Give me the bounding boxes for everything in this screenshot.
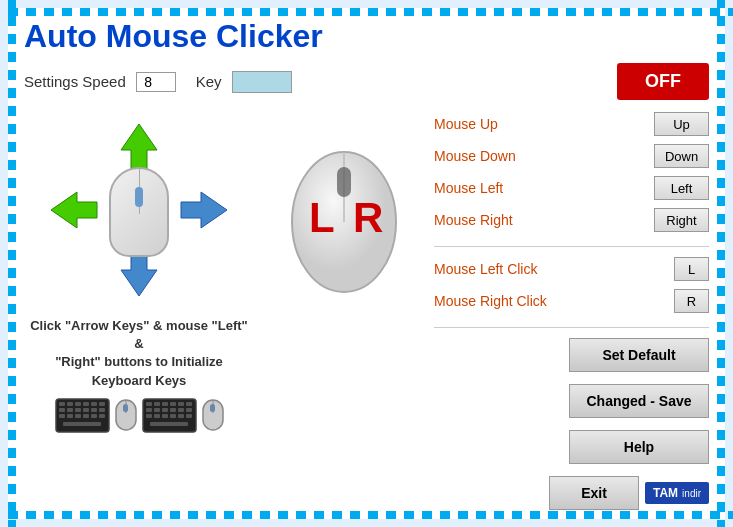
mouse-up-key-button[interactable]: Up (654, 112, 709, 136)
svg-rect-41 (154, 414, 160, 418)
mouse-left-key-button[interactable]: Left (654, 176, 709, 200)
svg-rect-37 (170, 408, 176, 412)
tam-indir-badge: TAM indir (645, 482, 709, 504)
mouse-right-key-button[interactable]: Right (654, 208, 709, 232)
svg-rect-8 (83, 402, 89, 406)
mouse-right-row: Mouse Right Right (434, 208, 709, 232)
svg-rect-44 (178, 414, 184, 418)
mouse-body (109, 167, 169, 257)
mouse-right-click-label: Mouse Right Click (434, 293, 564, 309)
lr-mouse-graphic: L R (279, 122, 409, 302)
mouse-left-click-label: Mouse Left Click (434, 261, 564, 277)
off-button[interactable]: OFF (617, 63, 709, 100)
svg-marker-3 (181, 192, 227, 228)
set-default-button[interactable]: Set Default (569, 338, 709, 372)
svg-rect-45 (186, 414, 192, 418)
changed-save-row: Changed - Save (434, 384, 709, 422)
arrow-right-icon (179, 190, 229, 234)
svg-rect-10 (99, 402, 105, 406)
svg-text:R: R (353, 194, 383, 241)
svg-rect-35 (154, 408, 160, 412)
svg-rect-19 (75, 414, 81, 418)
mouse-up-row: Mouse Up Up (434, 112, 709, 136)
settings-speed-label: Settings Speed (24, 73, 126, 90)
svg-rect-38 (178, 408, 184, 412)
svg-rect-18 (67, 414, 73, 418)
svg-rect-26 (123, 404, 128, 412)
mouse-left-click-row: Mouse Left Click L (434, 257, 709, 281)
svg-rect-52 (337, 167, 351, 197)
exit-button[interactable]: Exit (549, 476, 639, 510)
svg-rect-6 (67, 402, 73, 406)
svg-text:L: L (309, 194, 335, 241)
svg-rect-12 (67, 408, 73, 412)
svg-rect-32 (178, 402, 184, 406)
app-title: Auto Mouse Clicker (24, 18, 709, 55)
svg-rect-33 (186, 402, 192, 406)
mouse-icon-2 (202, 399, 224, 431)
mouse-up-label: Mouse Up (434, 116, 564, 132)
key-input[interactable] (232, 71, 292, 93)
keyboard-icon-2 (142, 398, 197, 433)
svg-rect-9 (91, 402, 97, 406)
mouse-right-click-row: Mouse Right Click R (434, 289, 709, 313)
svg-rect-28 (146, 402, 152, 406)
svg-rect-31 (170, 402, 176, 406)
content-area: Click "Arrow Keys" & mouse "Left" & "Rig… (24, 112, 709, 514)
svg-rect-46 (150, 422, 188, 426)
mouse-right-label: Mouse Right (434, 212, 564, 228)
changed-save-button[interactable]: Changed - Save (569, 384, 709, 418)
svg-rect-39 (186, 408, 192, 412)
help-row: Help (434, 430, 709, 468)
svg-rect-23 (63, 422, 101, 426)
svg-rect-15 (91, 408, 97, 412)
exit-row: Exit TAM indir (434, 476, 709, 510)
svg-rect-14 (83, 408, 89, 412)
help-button[interactable]: Help (569, 430, 709, 464)
svg-rect-5 (59, 402, 65, 406)
set-default-row: Set Default (434, 338, 709, 376)
svg-rect-40 (146, 414, 152, 418)
svg-rect-11 (59, 408, 65, 412)
svg-rect-42 (162, 414, 168, 418)
divider-1 (434, 246, 709, 247)
svg-rect-13 (75, 408, 81, 412)
mouse-down-row: Mouse Down Down (434, 144, 709, 168)
svg-rect-29 (154, 402, 160, 406)
mouse-diagram (39, 112, 239, 312)
svg-rect-36 (162, 408, 168, 412)
middle-panel: L R (264, 112, 424, 514)
mouse-right-click-key-button[interactable]: R (674, 289, 709, 313)
svg-rect-21 (91, 414, 97, 418)
svg-rect-22 (99, 414, 105, 418)
mouse-down-key-button[interactable]: Down (654, 144, 709, 168)
keyboard-icon-1 (55, 398, 110, 433)
mouse-icon-1 (115, 399, 137, 431)
mouse-down-label: Mouse Down (434, 148, 564, 164)
left-panel: Click "Arrow Keys" & mouse "Left" & "Rig… (24, 112, 254, 514)
svg-rect-16 (99, 408, 105, 412)
mouse-left-click-key-button[interactable]: L (674, 257, 709, 281)
svg-rect-30 (162, 402, 168, 406)
divider-2 (434, 327, 709, 328)
svg-marker-2 (51, 192, 97, 228)
svg-rect-34 (146, 408, 152, 412)
mouse-left-row: Mouse Left Left (434, 176, 709, 200)
svg-rect-20 (83, 414, 89, 418)
svg-marker-0 (121, 124, 157, 170)
speed-input[interactable] (136, 72, 176, 92)
right-panel: Mouse Up Up Mouse Down Down Mouse Left L… (434, 112, 709, 514)
svg-rect-17 (59, 414, 65, 418)
settings-row: Settings Speed Key OFF (24, 63, 709, 100)
bottom-instruction: Click "Arrow Keys" & mouse "Left" & "Rig… (24, 317, 254, 390)
svg-rect-43 (170, 414, 176, 418)
svg-rect-7 (75, 402, 81, 406)
svg-rect-49 (210, 404, 215, 412)
keyboard-mouse-row (55, 398, 224, 433)
key-label: Key (196, 73, 222, 90)
arrow-left-icon (49, 190, 99, 234)
mouse-left-label: Mouse Left (434, 180, 564, 196)
